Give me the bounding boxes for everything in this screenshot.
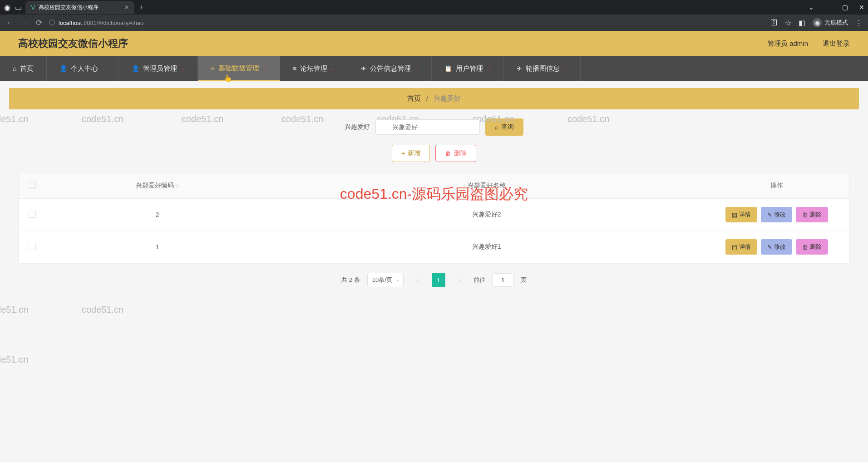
menu-notice[interactable]: ✈公告信息管理⌄ xyxy=(348,56,432,81)
reload-icon[interactable]: ⟳ xyxy=(35,18,44,28)
info-icon: ⓘ xyxy=(49,19,55,27)
chevron-down-icon: ⌄ xyxy=(487,66,491,72)
breadcrumb: 首页 / 兴趣爱好 xyxy=(9,88,859,109)
table-row: 1 兴趣爱好1 ▤详情 ✎修改 🗑删除 xyxy=(19,231,849,263)
detail-button[interactable]: ▤详情 xyxy=(725,239,757,255)
address-bar: ← → ⟳ ⓘ localhost:8081/#/dictionaryAihao… xyxy=(0,15,868,31)
close-window-icon[interactable]: ✕ xyxy=(859,4,864,11)
list-icon: ≡ xyxy=(211,64,214,72)
chevron-down-icon: ⌄ xyxy=(414,66,419,72)
clipboard-icon: 📋 xyxy=(444,65,452,72)
browser-tab[interactable]: V 高校校园交友微信小程序 ✕ xyxy=(25,1,134,14)
breadcrumb-home[interactable]: 首页 xyxy=(407,94,421,102)
row-checkbox[interactable] xyxy=(29,243,36,250)
sort-icon: ◇ xyxy=(176,183,179,188)
user-icon: 👤 xyxy=(132,65,139,72)
menu-forum[interactable]: ≡论坛管理⌄ xyxy=(280,56,348,81)
cell-code: 1 xyxy=(46,235,269,259)
app-icon: ▭ xyxy=(15,4,22,11)
row-delete-button[interactable]: 🗑删除 xyxy=(796,207,828,222)
table-row: 2 兴趣爱好2 ▤详情 ✎修改 🗑删除 xyxy=(19,199,849,231)
prev-page-button[interactable]: ‹ xyxy=(411,273,424,287)
row-delete-button[interactable]: 🗑删除 xyxy=(796,239,828,255)
logout-link[interactable]: 退出登录 xyxy=(823,39,850,48)
star-icon[interactable]: ☆ xyxy=(785,19,791,27)
chevron-down-icon: ⌄ xyxy=(395,276,400,283)
edit-icon: ✎ xyxy=(767,211,772,218)
search-icon: ⌕ xyxy=(495,123,498,131)
chevron-down-icon: ⌄ xyxy=(331,66,335,72)
chevron-down-icon: ⌄ xyxy=(181,66,185,72)
tab-title: 高校校园交友微信小程序 xyxy=(39,4,99,11)
detail-button[interactable]: ▤详情 xyxy=(725,207,757,222)
col-ops: 操作 xyxy=(704,173,849,198)
trash-icon: 🗑 xyxy=(802,244,808,251)
cell-code: 2 xyxy=(46,203,269,226)
minimize-icon[interactable]: — xyxy=(825,4,831,11)
search-input[interactable] xyxy=(375,119,480,135)
select-all-checkbox[interactable] xyxy=(29,182,36,189)
menu-icon[interactable]: ⋮ xyxy=(855,19,863,27)
app-title: 高校校园交友微信小程序 xyxy=(18,37,128,50)
trash-icon: 🗑 xyxy=(445,150,451,157)
action-row: +新增 🗑删除 xyxy=(18,145,850,162)
app-header: 高校校园交友微信小程序 管理员 admin 退出登录 xyxy=(0,31,868,56)
goto-page-input[interactable] xyxy=(493,273,513,287)
browser-tab-bar: ◉ ▭ V 高校校园交友微信小程序 ✕ + ⌄ — ▢ ✕ xyxy=(0,0,868,15)
row-checkbox[interactable] xyxy=(29,211,36,218)
key-icon[interactable]: ⚿ xyxy=(770,19,778,27)
breadcrumb-current: 兴趣爱好 xyxy=(434,94,461,102)
chevron-down-icon: ⌄ xyxy=(102,66,106,72)
col-name: 兴趣爱好名称 xyxy=(269,173,704,198)
extension-icon[interactable]: ◧ xyxy=(799,19,805,27)
trash-icon: 🗑 xyxy=(802,211,808,218)
home-icon: ⌂ xyxy=(13,65,16,72)
user-icon: 👤 xyxy=(59,65,67,72)
user-label[interactable]: 管理员 admin xyxy=(767,39,808,48)
edit-button[interactable]: ✎修改 xyxy=(761,207,792,222)
doc-icon: ▤ xyxy=(732,244,737,251)
per-page-select[interactable]: 10条/页 ⌄ xyxy=(367,273,404,287)
add-button[interactable]: +新增 xyxy=(392,145,430,162)
cell-name: 兴趣爱好2 xyxy=(269,202,704,227)
menu-users[interactable]: 📋用户管理⌄ xyxy=(432,56,504,81)
page-button-1[interactable]: 1 xyxy=(432,273,445,287)
incognito-icon: ◉ xyxy=(813,18,822,27)
list-icon: ≡ xyxy=(293,65,296,72)
query-button[interactable]: ⌕查询 xyxy=(485,118,523,136)
menu-basedata[interactable]: ≡基础数据管理⌄ xyxy=(198,56,280,81)
menu-personal[interactable]: 👤个人中心⌄ xyxy=(47,56,119,81)
plus-icon: + xyxy=(401,150,405,157)
chevron-down-icon: ⌄ xyxy=(563,66,567,72)
watermark: code51.cn xyxy=(82,305,123,315)
total-text: 共 2 条 xyxy=(341,276,360,284)
forward-icon[interactable]: → xyxy=(20,18,29,28)
menubar: ⌂首页 👤个人中心⌄ 👤管理员管理⌄ ≡基础数据管理⌄ ≡论坛管理⌄ ✈公告信息… xyxy=(0,56,868,81)
data-table: 兴趣爱好编码◇ 兴趣爱好名称 操作 2 兴趣爱好2 ▤详情 ✎修改 🗑删除 1 … xyxy=(18,173,850,264)
menu-carousel[interactable]: ✈轮播图信息⌄ xyxy=(504,56,581,81)
vue-icon: V xyxy=(31,4,35,11)
watermark: code51.cn xyxy=(0,305,28,315)
maximize-icon[interactable]: ▢ xyxy=(842,4,848,11)
incognito-badge: ◉ 无痕模式 xyxy=(813,18,848,27)
caret-down-icon[interactable]: ⌄ xyxy=(809,4,814,11)
menu-admin[interactable]: 👤管理员管理⌄ xyxy=(119,56,198,81)
pagination: 共 2 条 10条/页 ⌄ ‹ 1 › 前往 页 xyxy=(18,273,850,287)
url-input[interactable]: ⓘ localhost:8081/#/dictionaryAihao xyxy=(49,19,765,27)
next-page-button[interactable]: › xyxy=(453,273,466,287)
search-row: 兴趣爱好 ⌕ ⌕查询 xyxy=(18,118,850,136)
watermark: code51.cn xyxy=(0,354,28,365)
close-tab-icon[interactable]: ✕ xyxy=(124,4,129,10)
edit-button[interactable]: ✎修改 xyxy=(761,239,792,255)
delete-button[interactable]: 🗑删除 xyxy=(435,145,476,162)
send-icon: ✈ xyxy=(361,65,366,72)
send-icon: ✈ xyxy=(517,65,522,72)
menu-home[interactable]: ⌂首页 xyxy=(0,56,47,81)
table-header: 兴趣爱好编码◇ 兴趣爱好名称 操作 xyxy=(19,173,849,199)
chevron-down-icon: ⌄ xyxy=(263,65,267,71)
back-icon[interactable]: ← xyxy=(5,18,15,28)
new-tab-icon[interactable]: + xyxy=(138,4,145,11)
edit-icon: ✎ xyxy=(767,244,772,251)
search-label: 兴趣爱好 xyxy=(345,123,370,131)
col-code[interactable]: 兴趣爱好编码◇ xyxy=(46,173,269,198)
